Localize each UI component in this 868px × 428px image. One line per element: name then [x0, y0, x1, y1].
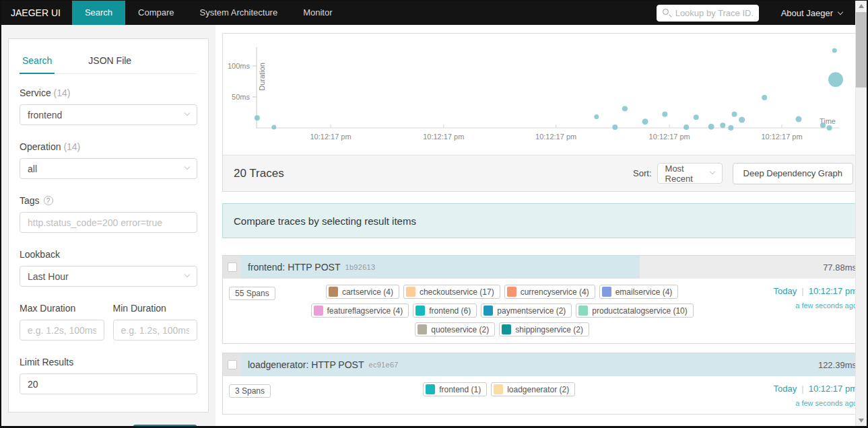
trace-date-link[interactable]: Today	[774, 384, 797, 394]
scatter-point[interactable]	[820, 122, 826, 128]
y-axis-tick-label: 100ms	[228, 62, 251, 70]
sort-select[interactable]: Most Recent	[657, 163, 723, 184]
app-logo[interactable]: JAEGER UI	[1, 1, 72, 25]
trace-relative-time: a few seconds ago	[759, 301, 857, 310]
help-icon[interactable]	[44, 196, 53, 205]
scatter-point[interactable]	[662, 112, 667, 117]
scatter-point[interactable]	[271, 125, 276, 130]
trace-id: 1b92613	[345, 263, 375, 271]
trace-header-bar-area: loadgenerator: HTTP POST ec91e67 122.39m…	[241, 353, 864, 376]
service-tag-pill: frontend (6)	[413, 304, 477, 318]
trace-select-checkbox[interactable]	[228, 360, 237, 369]
trace-time-link[interactable]: 10:12:17 pm	[809, 286, 857, 296]
service-tag-label: productcatalogservice (10)	[592, 306, 692, 316]
trace-checkbox-cell	[223, 353, 241, 376]
scatter-point[interactable]	[642, 118, 648, 124]
nav-tab-compare[interactable]: Compare	[125, 1, 187, 25]
service-tag-pill: productcatalogservice (10)	[576, 304, 693, 318]
scatter-point[interactable]	[622, 106, 628, 111]
service-select[interactable]: frontend	[20, 104, 197, 125]
nav-tab-system-architecture[interactable]: System Architecture	[187, 1, 291, 25]
limit-results-label: Limit Results	[20, 357, 197, 367]
service-color-swatch	[415, 306, 425, 316]
service-tag-pill: loadgenerator (2)	[491, 382, 575, 396]
chevron-down-icon	[185, 164, 190, 170]
trace-title: frontend: HTTP POST	[248, 262, 340, 273]
scatter-point[interactable]	[739, 117, 745, 123]
service-color-swatch	[483, 306, 493, 316]
vertical-scrollbar[interactable]	[855, 1, 867, 426]
timestamp-divider: |	[801, 286, 803, 296]
service-tag-label: paymentservice (2)	[497, 306, 571, 316]
tags-label: Tags	[20, 195, 40, 206]
about-jaeger-menu[interactable]: About Jaeger	[781, 8, 842, 18]
service-tag-label: featureflagservice (4)	[327, 306, 409, 316]
nav-tab-monitor[interactable]: Monitor	[290, 1, 345, 25]
scatter-point[interactable]	[708, 124, 714, 130]
jaeger-ui-window: JAEGER UI Search Compare System Architec…	[0, 0, 868, 428]
operation-select-value: all	[28, 164, 37, 174]
scatter-point[interactable]	[720, 122, 725, 128]
sidebar-tab-json-file[interactable]: JSON File	[86, 48, 134, 73]
limit-field-group: Limit Results	[20, 357, 197, 394]
trace-time-link[interactable]: 10:12:17 pm	[809, 384, 857, 394]
min-duration-input[interactable]	[113, 320, 198, 341]
chevron-down-icon	[838, 9, 843, 14]
sort-label: Sort:	[633, 168, 651, 178]
operation-select[interactable]: all	[20, 158, 197, 179]
tags-input[interactable]	[20, 212, 197, 233]
chevron-down-icon	[709, 169, 714, 174]
service-select-value: frontend	[28, 110, 62, 120]
top-navbar: JAEGER UI Search Compare System Architec…	[1, 1, 867, 25]
service-color-swatch	[418, 324, 427, 334]
scatter-point[interactable]	[728, 125, 733, 131]
scatter-point[interactable]	[612, 124, 617, 130]
operation-count: (14)	[63, 141, 80, 152]
scatter-point[interactable]	[795, 116, 801, 122]
trace-select-checkbox[interactable]	[228, 262, 237, 272]
sidebar-tab-search[interactable]: Search	[20, 48, 55, 74]
scatter-point[interactable]	[683, 124, 689, 130]
scroll-up-arrow-icon[interactable]	[859, 4, 864, 8]
trace-id: ec91e67	[368, 361, 398, 369]
trace-lookup-input[interactable]	[657, 5, 759, 22]
scatter-point[interactable]	[832, 48, 837, 53]
service-field-group: Service (14) frontend	[20, 87, 197, 125]
scatter-point[interactable]	[827, 125, 832, 131]
compare-banner-text: Compare traces by selecting result items	[234, 215, 416, 227]
trace-result-card[interactable]: frontend: HTTP POST 1b92613 77.88ms 55 S…	[222, 255, 865, 344]
trace-checkbox-cell	[223, 256, 241, 279]
scrollbar-thumb[interactable]	[856, 12, 867, 87]
scroll-down-arrow-icon[interactable]	[859, 419, 864, 423]
trace-service-tags: cartservice (4)checkoutservice (17)curre…	[305, 285, 699, 336]
scatter-point[interactable]	[762, 95, 767, 100]
search-form-panel: Search JSON File Service (14) frontend	[8, 38, 209, 413]
lookback-select[interactable]: Last Hour	[20, 266, 197, 287]
duration-fields: Max Duration Min Duration	[20, 303, 197, 341]
trace-date-link[interactable]: Today	[774, 286, 797, 296]
lookback-field-group: Lookback Last Hour	[20, 249, 197, 287]
sort-select-value: Most Recent	[665, 164, 704, 184]
deep-dependency-graph-button[interactable]: Deep Dependency Graph	[733, 163, 853, 184]
trace-result-card[interactable]: loadgenerator: HTTP POST ec91e67 122.39m…	[222, 353, 865, 415]
max-duration-input[interactable]	[20, 320, 104, 341]
find-traces-button[interactable]: Find Traces	[133, 425, 197, 428]
service-color-swatch	[602, 287, 611, 297]
scatter-point[interactable]	[694, 114, 699, 120]
trace-card-body: 55 Spans cartservice (4)checkoutservice …	[223, 279, 864, 343]
search-sidebar: Search JSON File Service (14) frontend	[1, 25, 215, 428]
trace-timestamp-block: Today|10:12:17 pm a few seconds ago	[759, 285, 857, 310]
results-panel: 100ms50msDuration10:12:17 pm10:12:17 pm1…	[222, 33, 865, 192]
trace-card-body: 3 Spans frontend (1)loadgenerator (2) To…	[223, 376, 864, 414]
scatter-point[interactable]	[828, 72, 843, 87]
limit-results-input[interactable]	[20, 373, 197, 394]
scatter-svg: 100ms50msDuration10:12:17 pm10:12:17 pm1…	[223, 38, 855, 152]
scatter-point[interactable]	[255, 115, 260, 120]
nav-tab-search[interactable]: Search	[72, 1, 125, 25]
duration-scatter-chart: 100ms50msDuration10:12:17 pm10:12:17 pm1…	[223, 34, 864, 155]
service-tag-pill: shippingservice (2)	[499, 322, 589, 336]
scatter-point[interactable]	[594, 114, 599, 119]
x-axis-tick-label: 10:12:17 pm	[761, 133, 802, 141]
scatter-point[interactable]	[732, 112, 737, 117]
trace-service-tags: frontend (1)loadgenerator (2)	[302, 382, 696, 396]
